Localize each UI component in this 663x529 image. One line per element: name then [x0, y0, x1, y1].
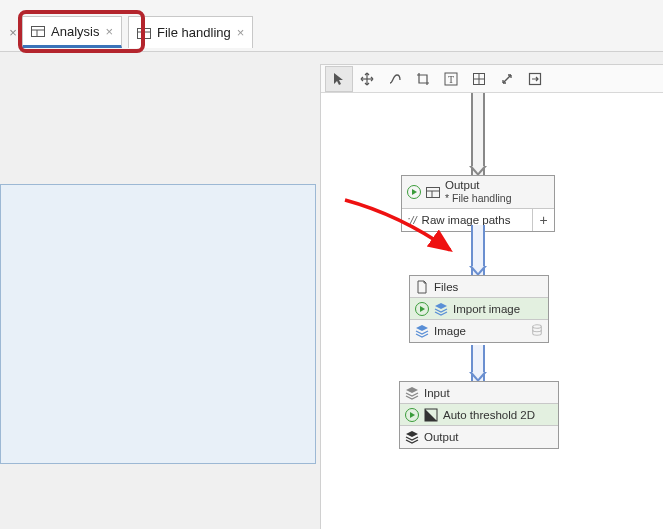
tab-file-handling[interactable]: File handling × — [128, 16, 253, 48]
svg-rect-0 — [32, 27, 45, 37]
play-icon[interactable] — [415, 302, 429, 316]
close-icon[interactable]: × — [105, 24, 113, 39]
close-icon[interactable]: × — [237, 25, 245, 40]
layers-icon — [434, 302, 448, 316]
text-tool[interactable]: T — [437, 66, 465, 92]
curve-tool[interactable] — [381, 66, 409, 92]
slot-label: Image — [434, 325, 466, 337]
node-auto-threshold-2d[interactable]: Input Auto threshold 2D Output — [399, 381, 559, 449]
layers-icon — [415, 324, 429, 338]
grid-tool[interactable] — [465, 66, 493, 92]
file-icon — [415, 280, 429, 294]
node-import-image[interactable]: Files Import image Image — [409, 275, 549, 343]
compartment-icon — [31, 24, 45, 38]
svg-line-13 — [503, 75, 511, 83]
move-tool[interactable] — [353, 66, 381, 92]
database-icon — [531, 324, 543, 338]
svg-rect-3 — [138, 28, 151, 38]
canvas-toolbar: T — [321, 65, 663, 93]
side-panel — [0, 184, 316, 464]
node-header: Output * File handling — [402, 176, 554, 209]
layers-grey-icon — [405, 386, 419, 400]
threshold-icon — [424, 408, 438, 422]
play-icon[interactable] — [405, 408, 419, 422]
crop-tool[interactable] — [409, 66, 437, 92]
close-icon[interactable]: × — [4, 16, 22, 48]
svg-text:T: T — [448, 74, 454, 85]
node-slot-image: Image — [410, 320, 548, 342]
slot-label: Input — [424, 387, 450, 399]
tab-label: Analysis — [51, 24, 99, 39]
node-slot-input: Input — [400, 382, 558, 404]
play-icon[interactable] — [407, 185, 421, 199]
connection — [471, 225, 485, 275]
node-title: Output * File handling — [445, 179, 512, 205]
slot-label: Files — [434, 281, 458, 293]
expand-tool[interactable] — [493, 66, 521, 92]
compartment-icon — [137, 26, 151, 40]
path-prefix: :// — [407, 214, 417, 226]
tab-label: File handling — [157, 25, 231, 40]
pointer-tool[interactable] — [325, 66, 353, 92]
svg-point-18 — [533, 325, 542, 328]
graph-canvas[interactable]: T Output * File handling :// Raw — [320, 64, 663, 529]
layers-bw-icon — [405, 430, 419, 444]
svg-rect-15 — [427, 188, 440, 198]
compartment-icon — [426, 185, 440, 199]
action-label: Import image — [453, 303, 520, 315]
node-slot-output: Output — [400, 426, 558, 448]
slot-label: Raw image paths — [422, 214, 511, 226]
node-action-row[interactable]: Auto threshold 2D — [400, 404, 558, 426]
node-slot-files: Files — [410, 276, 548, 298]
connection — [471, 345, 485, 381]
action-label: Auto threshold 2D — [443, 409, 535, 421]
tab-analysis[interactable]: Analysis × — [22, 16, 122, 48]
node-output-file-handling[interactable]: Output * File handling :// Raw image pat… — [401, 175, 555, 232]
slot-label: Output — [424, 431, 459, 443]
tab-bar: × Analysis × File handling × — [0, 0, 663, 52]
connection — [471, 93, 485, 175]
add-button[interactable]: + — [532, 209, 554, 231]
node-action-row[interactable]: Import image — [410, 298, 548, 320]
fit-tool[interactable] — [521, 66, 549, 92]
